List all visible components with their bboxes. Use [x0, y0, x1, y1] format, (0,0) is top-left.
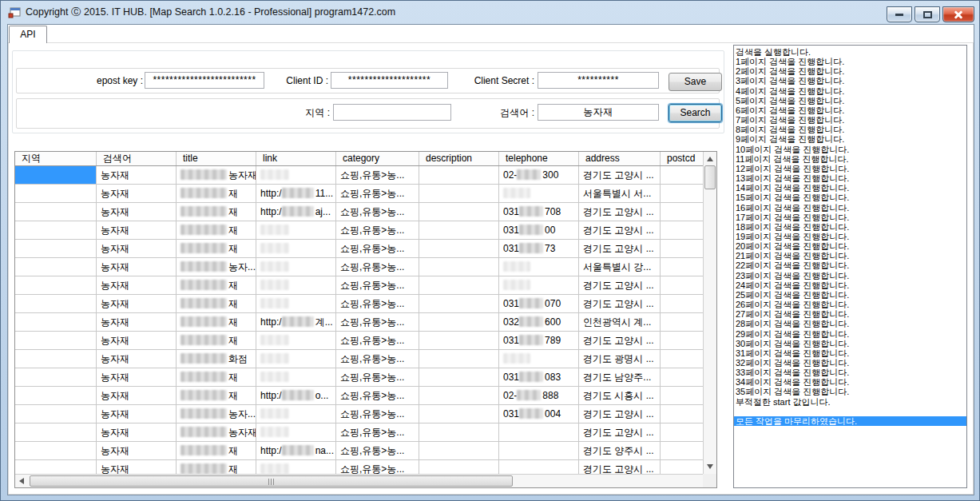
grid-cell[interactable]: 재 — [177, 203, 256, 221]
grid-cell[interactable]: 재 — [177, 313, 256, 332]
scroll-up-icon[interactable] — [707, 157, 713, 161]
grid-cell[interactable]: 경기도 양주시 ... — [579, 442, 661, 460]
grid-cell[interactable]: 농자재 — [97, 295, 177, 313]
grid-cell[interactable]: 02-888 — [499, 387, 579, 405]
grid-cell[interactable] — [15, 221, 97, 240]
grid-cell[interactable]: 서울특별시 강... — [579, 258, 661, 276]
grid-cell[interactable] — [256, 368, 336, 387]
log-line[interactable] — [736, 407, 966, 416]
grid-cell[interactable] — [499, 350, 579, 368]
grid-cell[interactable] — [256, 240, 336, 258]
grid-cell[interactable] — [15, 313, 97, 332]
column-header[interactable]: telephone — [499, 152, 579, 165]
table-row[interactable]: 농자재화점쇼핑,유통>농...경기도 광명시 ... — [15, 350, 703, 368]
grid-cell[interactable] — [661, 166, 703, 185]
grid-cell[interactable]: 경기도 고양시 ... — [579, 203, 661, 221]
log-line[interactable]: 17페이지 검색을 진행합니다. — [736, 213, 966, 222]
grid-cell[interactable] — [419, 185, 499, 203]
grid-cell[interactable]: 경기도 고양시 ... — [579, 240, 661, 258]
grid-cell[interactable]: 쇼핑,유통>농... — [336, 295, 419, 313]
minimize-button[interactable] — [887, 6, 912, 22]
grid-cell[interactable]: 농자재 — [97, 203, 177, 221]
grid-cell[interactable]: 경기도 고양시 ... — [579, 166, 661, 185]
log-line[interactable]: 32페이지 검색을 진행합니다. — [736, 358, 966, 368]
grid-cell[interactable]: 재 — [177, 276, 256, 295]
table-row[interactable]: 농자재재http:/o...쇼핑,유통>농...02-888경기도 시흥시 ..… — [15, 387, 703, 405]
grid-cell[interactable] — [419, 313, 499, 332]
log-line[interactable]: 31페이지 검색을 진행합니다. — [736, 348, 966, 358]
grid-cell[interactable]: 농자재 — [97, 185, 177, 203]
grid-cell[interactable]: http:/11... — [256, 185, 336, 203]
grid-cell[interactable]: 쇼핑,유통>농... — [336, 350, 419, 368]
log-line[interactable]: 13페이지 검색을 진행합니다. — [736, 173, 966, 183]
maximize-button[interactable] — [915, 6, 940, 22]
log-line[interactable]: 34페이지 검색을 진행합니다. — [736, 377, 966, 387]
log-line[interactable]: 21페이지 검색을 진행합니다. — [736, 251, 966, 260]
grid-cell[interactable] — [419, 240, 499, 258]
region-input[interactable] — [333, 104, 451, 121]
grid-cell[interactable] — [15, 166, 97, 185]
column-header[interactable]: category — [336, 152, 419, 165]
table-row[interactable]: 농자재재쇼핑,유통>농...031083경기도 남양주... — [15, 368, 703, 387]
log-line[interactable]: 28페이지 검색을 진행합니다. — [736, 319, 966, 328]
table-row[interactable]: 농자재재쇼핑,유통>농...03173경기도 고양시 ... — [15, 240, 703, 258]
log-line[interactable]: 19페이지 검색을 진행합니다. — [736, 232, 966, 241]
grid-cell[interactable]: 경기도 고양시 ... — [579, 460, 661, 474]
grid-cell[interactable] — [499, 442, 579, 460]
grid-cell[interactable] — [419, 423, 499, 442]
grid-cell[interactable] — [661, 258, 703, 276]
grid-cell[interactable]: http:/계... — [256, 313, 336, 332]
log-line[interactable]: 22페이지 검색을 진행합니다. — [736, 260, 966, 270]
table-row[interactable]: 농자재농자...쇼핑,유통>농...서울특별시 강... — [15, 258, 703, 276]
grid-cell[interactable]: 농자재 — [97, 387, 177, 405]
grid-cell[interactable]: 농자재 — [97, 442, 177, 460]
log-line[interactable]: 3페이지 검색을 진행합니다. — [736, 76, 966, 85]
grid-cell[interactable]: 농자재 — [97, 460, 177, 474]
log-line[interactable]: 모든 작업을 마무리하였습니다. — [734, 416, 966, 426]
grid-cell[interactable] — [419, 387, 499, 405]
grid-cell[interactable]: 경기도 고양시 ... — [579, 221, 661, 240]
grid-cell[interactable]: 농자재 — [97, 221, 177, 240]
grid-cell[interactable]: 농자재 — [97, 313, 177, 332]
grid-cell[interactable] — [419, 442, 499, 460]
log-line[interactable]: 4페이지 검색을 진행합니다. — [736, 86, 966, 96]
tab-api[interactable]: API — [9, 26, 47, 43]
log-line[interactable]: 11페이지 검색을 진행합니다. — [736, 154, 966, 164]
close-button[interactable] — [942, 6, 974, 22]
table-row[interactable]: 농자재재쇼핑,유통>농...경기도 고양시 ... — [15, 276, 703, 295]
grid-cell[interactable]: 쇼핑,유통>농... — [336, 313, 419, 332]
grid-cell[interactable]: 농자재 — [97, 332, 177, 350]
grid-cell[interactable]: 농자... — [177, 405, 256, 423]
log-line[interactable]: 18페이지 검색을 진행합니다. — [736, 222, 966, 232]
grid-cell[interactable]: 쇼핑,유통>농... — [336, 276, 419, 295]
grid-cell[interactable]: http:/aj... — [256, 203, 336, 221]
column-header[interactable]: link — [256, 152, 336, 165]
log-line[interactable]: 12페이지 검색을 진행합니다. — [736, 164, 966, 173]
grid-cell[interactable] — [15, 203, 97, 221]
grid-cell[interactable] — [15, 368, 97, 387]
grid-cell[interactable]: 인천광역시 계... — [579, 313, 661, 332]
grid-cell[interactable] — [256, 166, 336, 185]
grid-cell[interactable] — [256, 276, 336, 295]
grid-cell[interactable]: 경기도 고양시 ... — [579, 332, 661, 350]
grid-cell[interactable] — [661, 460, 703, 474]
grid-cell[interactable] — [15, 460, 97, 474]
grid-cell[interactable]: 쇼핑,유통>농... — [336, 368, 419, 387]
grid-cell[interactable]: 재 — [177, 185, 256, 203]
log-line[interactable]: 5페이지 검색을 진행합니다. — [736, 96, 966, 105]
grid-cell[interactable] — [661, 276, 703, 295]
client-id-field[interactable]: ******************** — [331, 72, 448, 89]
search-button[interactable]: Search — [669, 104, 722, 122]
table-row[interactable]: 농자재재http:/11...쇼핑,유통>농...서울특별시 서... — [15, 185, 703, 203]
grid-cell[interactable]: 031004 — [499, 405, 579, 423]
grid-cell[interactable]: http:/na... — [256, 442, 336, 460]
column-header[interactable]: description — [419, 152, 499, 165]
grid-cell[interactable] — [419, 332, 499, 350]
grid-cell[interactable] — [419, 221, 499, 240]
grid-cell[interactable]: 농자재 — [97, 258, 177, 276]
grid-cell[interactable] — [419, 258, 499, 276]
save-button[interactable]: Save — [669, 73, 722, 91]
grid-cell[interactable]: 재 — [177, 332, 256, 350]
grid-cell[interactable] — [419, 368, 499, 387]
table-row[interactable]: 농자재재http:/aj...쇼핑,유통>농...031708경기도 고양시 .… — [15, 203, 703, 221]
